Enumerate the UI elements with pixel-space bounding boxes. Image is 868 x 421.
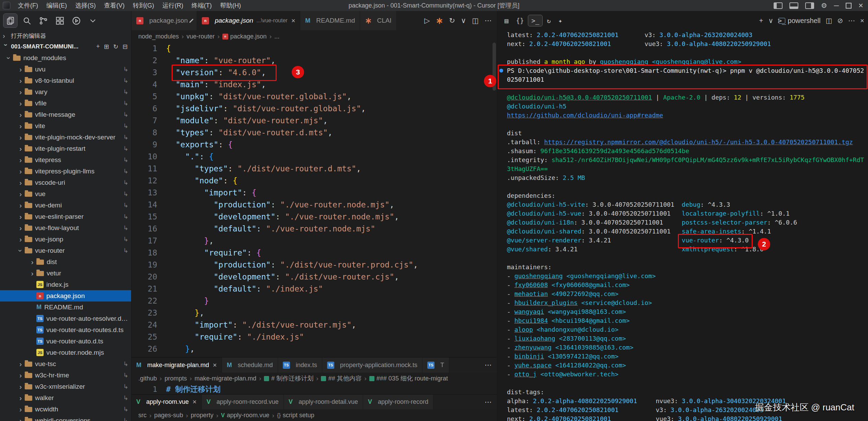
files-icon[interactable] [3, 14, 17, 27]
tree-item-vue-jsonp[interactable]: ›vue-jsonp↳ [0, 234, 131, 245]
tree-item-webidl-conversions[interactable]: ›webidl-conversions↳ [0, 415, 131, 421]
minimize-button[interactable]: ─ [834, 2, 839, 9]
tree-item-vue-flow-layout[interactable]: ›vue-flow-layout↳ [0, 222, 131, 234]
menu-item[interactable]: 运行(R) [158, 2, 187, 9]
split-editor-icon[interactable]: ◫ [472, 16, 479, 25]
breadcrumb-item[interactable]: src [138, 412, 147, 419]
close-window-button[interactable]: × [858, 1, 863, 10]
chevron-down-icon[interactable] [86, 14, 100, 27]
tab-make-migrate-plan.md[interactable]: Mmake-migrate-plan.md× [131, 357, 222, 373]
tree-item-w3c-xmlserializer[interactable]: ›w3c-xmlserializer↳ [0, 381, 131, 392]
breadcrumb-item[interactable]: # 制作迁移计划 [264, 374, 313, 383]
braces-icon[interactable]: {} [513, 15, 527, 26]
ai-sparkle-icon[interactable]: ∗ [436, 15, 443, 26]
tree-item-vite-plugin-restart[interactable]: ›vite-plugin-restart↳ [0, 143, 131, 154]
sparkle-icon[interactable]: ✦ [555, 15, 565, 26]
tree-item-w3c-hr-time[interactable]: ›w3c-hr-time↳ [0, 369, 131, 381]
tree-item-package.json[interactable]: npackage.json [0, 290, 131, 301]
more-actions-icon[interactable]: ⋯ [485, 398, 492, 406]
menu-item[interactable]: 帮助(H) [216, 2, 245, 9]
more-actions-icon[interactable]: ⋯ [485, 16, 492, 25]
tab-package.json[interactable]: npackage.json...\vue-router× [197, 11, 300, 30]
breadcrumb-item[interactable]: ### 035 细化 route-migrat [369, 374, 448, 383]
terminal-icon[interactable]: >_ [528, 15, 542, 26]
new-folder-icon[interactable]: ⊞ [104, 43, 109, 50]
app-icon[interactable] [3, 2, 10, 9]
breadcrumb-item[interactable]: ... [274, 33, 279, 40]
chevron-down-icon[interactable]: ∨ [461, 16, 466, 25]
maximize-button[interactable] [846, 3, 852, 9]
settings-gear-icon[interactable]: ⚙ [821, 2, 827, 9]
tree-item-vary[interactable]: ›vary↳ [0, 86, 131, 98]
new-file-icon[interactable]: + [96, 43, 100, 50]
history-icon[interactable]: ↻ [449, 16, 455, 25]
editor-scrollbar[interactable] [492, 43, 497, 357]
breadcrumb-item[interactable]: property [191, 412, 213, 419]
tab-T[interactable]: TST [423, 357, 449, 373]
tree-item-v8-to-istanbul[interactable]: ›v8-to-istanbul↳ [0, 75, 131, 86]
split-terminal-icon[interactable]: ◫ [826, 16, 832, 25]
tree-item-vue-router.node.mjs[interactable]: JSvue-router.node.mjs [0, 347, 131, 358]
more-actions-icon[interactable]: ⋯ [485, 361, 492, 369]
menu-item[interactable]: 查看(V) [100, 2, 129, 9]
tree-item-vue-router-auto-resolver.d.mts[interactable]: TSvue-router-auto-resolver.d.mts [0, 313, 131, 324]
tree-item-vue[interactable]: ›vue↳ [0, 188, 131, 200]
toggle-secondary-sidebar-icon[interactable] [805, 2, 814, 9]
menu-item[interactable]: 编辑(E) [42, 2, 71, 9]
tree-item-vue-demi[interactable]: ›vue-demi↳ [0, 200, 131, 211]
menu-item[interactable]: 转到(G) [129, 2, 158, 9]
breadcrumb-item[interactable]: pages-sub [154, 412, 183, 419]
run-icon[interactable] [69, 14, 83, 27]
tree-item-dist[interactable]: ›dist [0, 256, 131, 268]
tab-apply-room.vue[interactable]: Vapply-room.vue× [131, 395, 202, 409]
tree-item-vue-eslint-parser[interactable]: ›vue-eslint-parser↳ [0, 211, 131, 222]
refresh-icon[interactable]: ↻ [113, 43, 118, 50]
breadcrumb-item[interactable]: vue-router [186, 33, 215, 40]
code-editor[interactable]: 1{2 "name": "vue-router",3 "version": "4… [131, 43, 497, 357]
menu-item[interactable]: 终端(T) [187, 2, 216, 9]
tab-CLAI[interactable]: ∗CLAI [360, 11, 396, 30]
tree-item-index.js[interactable]: JSindex.js [0, 279, 131, 290]
search-icon[interactable] [20, 14, 34, 27]
menu-item[interactable]: 选择(S) [71, 2, 100, 9]
breadcrumb-item[interactable]: Vapply-room.vue [221, 412, 269, 419]
breadcrumb-item[interactable]: node_modules [138, 33, 179, 40]
tab-schedule.md[interactable]: Mschedule.md [222, 357, 278, 373]
tab-README.md[interactable]: MREADME.md [300, 11, 360, 30]
output-icon[interactable]: ▤ [501, 15, 511, 26]
source-control-icon[interactable] [36, 14, 50, 27]
terminal-dropdown-icon[interactable]: ∨ [768, 16, 773, 25]
tree-item-uvu[interactable]: ›uvu↳ [0, 64, 131, 75]
tree-item-vfile[interactable]: ›vfile↳ [0, 98, 131, 109]
close-icon[interactable]: × [193, 398, 197, 406]
tree-item-walker[interactable]: ›walker↳ [0, 392, 131, 403]
toggle-sidebar-icon[interactable] [774, 2, 783, 9]
tree-item-vetur[interactable]: ›vetur [0, 268, 131, 279]
tree-item-vue-router-auto.d.ts[interactable]: TSvue-router-auto.d.ts [0, 335, 131, 347]
tree-item-vue-router-auto-routes.d.ts[interactable]: TSvue-router-auto-routes.d.ts [0, 324, 131, 335]
tree-item-vite-plugin-mock-dev-server[interactable]: ›vite-plugin-mock-dev-server↳ [0, 132, 131, 143]
new-terminal-button[interactable]: + [759, 17, 763, 25]
tab-apply-room-detail.vue[interactable]: Vapply-room-detail.vue [284, 395, 363, 409]
run-button[interactable]: ▷ [424, 16, 430, 25]
close-icon[interactable]: × [213, 361, 217, 369]
toggle-panel-icon[interactable] [789, 2, 798, 9]
tree-item-vscode-uri[interactable]: ›vscode-uri↳ [0, 177, 131, 188]
tab-apply-room-record[interactable]: Vapply-room-record [363, 395, 433, 409]
breadcrumb-item[interactable]: .github [138, 375, 157, 382]
tree-item-wcwidth[interactable]: ›wcwidth↳ [0, 403, 131, 415]
breadcrumb-item[interactable]: npackage.json [222, 33, 267, 40]
breadcrumb-item[interactable]: make-migrate-plan.md [195, 375, 256, 382]
breadcrumb-item[interactable]: {}script setup [277, 412, 314, 419]
refresh-icon[interactable]: ↻ [544, 15, 554, 26]
tree-item-vue-tsc[interactable]: ›vue-tsc↳ [0, 358, 131, 369]
collapse-folders-icon[interactable]: ⊟ [123, 43, 128, 50]
markdown-editor-line[interactable]: 1 # 制作迁移计划 [131, 384, 497, 395]
breadcrumb-item[interactable]: prompts [164, 375, 187, 382]
close-panel-icon[interactable]: × [860, 17, 864, 25]
tab-property-application.mock.ts[interactable]: TSproperty-application.mock.ts [322, 357, 423, 373]
terminal-output[interactable]: latest: 2.0.2-4070620250821001 v3: 3.0.0… [497, 31, 868, 421]
open-editors-header[interactable]: › 打开的编辑器 [0, 30, 131, 41]
menu-item[interactable]: 文件(F) [14, 2, 42, 9]
tree-item-vue-router[interactable]: ›vue-router↳ [0, 245, 131, 256]
